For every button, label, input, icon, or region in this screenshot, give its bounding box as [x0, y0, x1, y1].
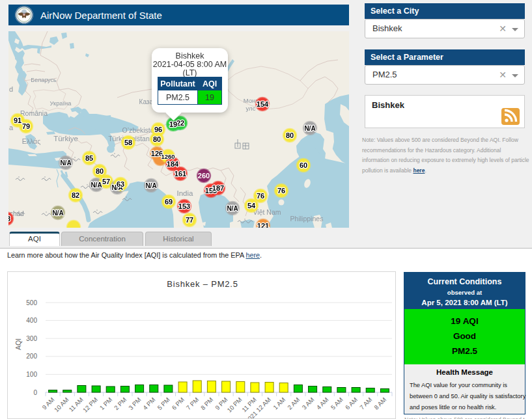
svg-text:Ελλάς: Ελλάς [22, 137, 40, 145]
svg-text:10 AM: 10 AM [53, 396, 70, 414]
svg-text:N/A: N/A [91, 182, 102, 189]
svg-text:5 AM: 5 AM [329, 396, 344, 411]
svg-text:6 AM: 6 AM [344, 396, 359, 411]
svg-text:82: 82 [72, 191, 79, 199]
svg-text:1 AM: 1 AM [272, 396, 287, 411]
svg-text:2 PM: 2 PM [113, 396, 128, 412]
svg-text:96: 96 [154, 126, 162, 133]
svg-text:AQI: AQI [14, 338, 22, 350]
svg-text:153: 153 [178, 202, 190, 210]
svg-text:80: 80 [153, 135, 161, 143]
svg-text:184: 184 [167, 160, 179, 168]
svg-text:România: România [20, 109, 48, 117]
svg-text:Беларусь: Беларусь [31, 77, 57, 83]
svg-text:121: 121 [257, 222, 269, 228]
svg-text:400: 400 [26, 317, 37, 324]
svg-text:76: 76 [257, 192, 264, 200]
svg-text:1 PM: 1 PM [98, 396, 114, 412]
svg-text:Bishkek – PM2.5: Bishkek – PM2.5 [167, 279, 238, 289]
svg-text:улс: улс [246, 105, 256, 112]
svg-text:80: 80 [96, 167, 104, 175]
svg-text:8 PM: 8 PM [199, 396, 215, 412]
svg-text:Україна: Україна [50, 100, 72, 107]
svg-text:N/A: N/A [227, 205, 238, 212]
svg-text:79: 79 [22, 122, 30, 130]
svg-text:60: 60 [300, 161, 307, 169]
svg-text:4 PM: 4 PM [141, 396, 157, 412]
svg-text:57: 57 [102, 178, 110, 185]
svg-text:19: 19 [169, 120, 177, 128]
svg-text:100: 100 [26, 371, 37, 378]
svg-text:4 AM: 4 AM [315, 396, 330, 411]
svg-text:7 PM: 7 PM [185, 396, 201, 412]
svg-text:Philippines: Philippines [290, 215, 324, 223]
svg-text:63: 63 [117, 180, 124, 188]
svg-text:500: 500 [26, 299, 37, 306]
svg-text:d: d [9, 85, 13, 93]
svg-text:77: 77 [186, 216, 193, 224]
svg-text:1260: 1260 [161, 153, 175, 160]
svg-text:6 PM: 6 PM [171, 396, 186, 412]
svg-text:12 PM: 12 PM [81, 396, 99, 414]
svg-text:8 AM: 8 AM [372, 396, 387, 411]
svg-text:7 AM: 7 AM [358, 396, 373, 411]
svg-text:63: 63 [8, 215, 10, 223]
svg-text:91: 91 [14, 116, 21, 124]
svg-text:85: 85 [85, 154, 93, 162]
svg-text:300: 300 [26, 335, 37, 342]
svg-text:Türkiye: Türkiye [53, 135, 78, 142]
svg-text:N/A: N/A [145, 182, 156, 189]
svg-text:N/A: N/A [304, 125, 315, 132]
svg-text:3 PM: 3 PM [127, 396, 143, 412]
svg-text:54: 54 [247, 202, 256, 210]
svg-text:3 AM: 3 AM [300, 396, 315, 411]
svg-text:161: 161 [175, 170, 186, 178]
svg-text:76: 76 [277, 187, 285, 195]
svg-text:187: 187 [212, 184, 224, 192]
svg-text:2 AM: 2 AM [286, 396, 301, 411]
svg-text:80: 80 [286, 131, 294, 139]
svg-text:154: 154 [257, 100, 269, 108]
svg-text:N/A: N/A [60, 159, 71, 167]
svg-text:N/A: N/A [52, 210, 63, 217]
svg-text:India: India [177, 189, 194, 197]
svg-text:22: 22 [176, 119, 184, 127]
svg-text:69: 69 [165, 198, 173, 206]
svg-text:5 PM: 5 PM [156, 396, 171, 412]
svg-text:0: 0 [33, 389, 37, 396]
svg-text:200: 200 [26, 353, 37, 360]
svg-text:260: 260 [198, 172, 210, 180]
svg-text:58: 58 [124, 139, 132, 146]
svg-text:11 AM: 11 AM [67, 396, 84, 413]
svg-text:10 PM: 10 PM [225, 396, 243, 414]
